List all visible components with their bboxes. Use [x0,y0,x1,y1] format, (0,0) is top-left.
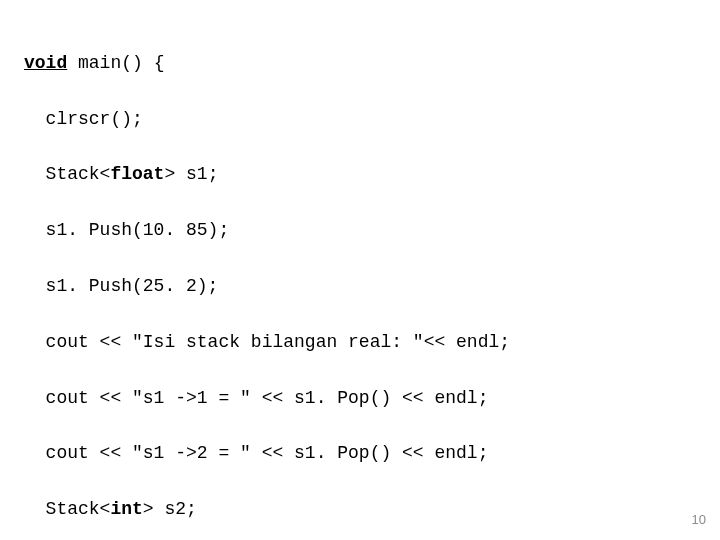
code-text: cout << "s1 ->1 = " << s1. Pop() << endl… [46,388,489,408]
code-text: main() { [67,53,164,73]
code-text: clrscr(); [46,109,143,129]
code-block: void main() { clrscr(); Stack<float> s1;… [0,0,720,540]
code-text: > s2; [143,499,197,519]
code-line: cout << "s1 ->1 = " << s1. Pop() << endl… [24,385,720,413]
code-text: > s1; [164,164,218,184]
keyword-void: void [24,53,67,73]
code-line: Stack<int> s2; [24,496,720,524]
code-line: clrscr(); [24,106,720,134]
code-line: Stack<float> s1; [24,161,720,189]
code-line: void main() { [24,50,720,78]
code-text: Stack< [46,164,111,184]
code-line: s1. Push(10. 85); [24,217,720,245]
code-text: Stack< [46,499,111,519]
code-text: s1. Push(25. 2); [46,276,219,296]
slide-number: 10 [692,510,706,530]
code-text: cout << "Isi stack bilangan real: "<< en… [46,332,510,352]
code-text: cout << "s1 ->2 = " << s1. Pop() << endl… [46,443,489,463]
keyword-int: int [110,499,142,519]
code-line: cout << "s1 ->2 = " << s1. Pop() << endl… [24,440,720,468]
keyword-float: float [110,164,164,184]
code-text: s1. Push(10. 85); [46,220,230,240]
code-line: cout << "Isi stack bilangan real: "<< en… [24,329,720,357]
code-line: s1. Push(25. 2); [24,273,720,301]
